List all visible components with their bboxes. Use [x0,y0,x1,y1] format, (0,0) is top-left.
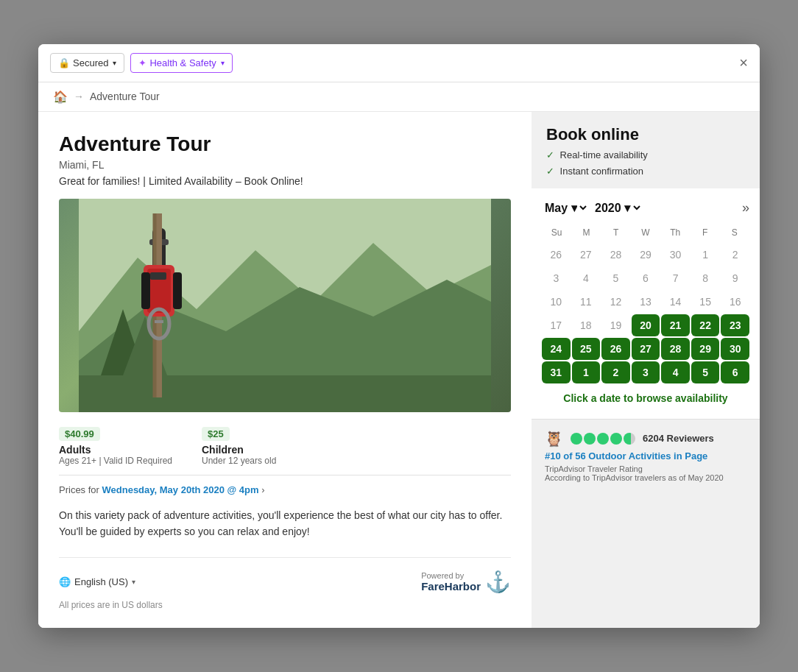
prices-date: Prices for Wednesday, May 20th 2020 @ 4p… [59,484,511,495]
reviews-count: 6204 Reviewers [643,433,714,444]
home-icon[interactable]: 🏠 [53,90,68,104]
fareharbor-logo: Powered by FareHarbor ⚓ [421,570,511,594]
calendar-day-2-1: 11 [572,291,601,313]
reviews-row: 🦉 6204 Reviewers [545,430,746,448]
calendar-day-5-2[interactable]: 2 [601,361,630,383]
book-title: Book online [546,125,745,144]
price-divider [59,475,511,475]
day-header-m: M [571,224,601,241]
calendar-cta: Click a date to browse availability [542,383,749,407]
calendar-nav: May ▾ 2020 ▾ » [542,200,749,216]
close-button[interactable]: × [739,54,748,71]
adults-badge: $40.99 [59,427,100,441]
prices-row: $40.99 Adults Ages 21+ | Valid ID Requir… [59,427,511,466]
calendar-day-4-4[interactable]: 28 [661,338,690,360]
prices-date-prefix: Prices for [59,484,102,495]
ranking-link[interactable]: #10 of 56 Outdoor Activities in Page [545,450,746,461]
lang-chevron-icon: ▾ [132,578,135,586]
lang-label: English (US) [74,576,128,587]
year-select[interactable]: 2020 ▾ [592,201,643,215]
breadcrumb-arrow: → [74,91,84,102]
calendar-day-4-6[interactable]: 30 [721,338,749,360]
health-icon: ✦ [138,57,146,68]
star-1 [571,433,582,445]
check-icon-1: ✓ [546,149,554,160]
check-icon-2: ✓ [546,166,554,177]
calendar-day-1-5: 8 [691,267,720,289]
calendar-day-5-5[interactable]: 5 [691,361,720,383]
calendar-day-4-3[interactable]: 27 [632,338,660,360]
calendar-day-0-0: 26 [542,244,571,266]
calendar-day-0-1: 27 [572,244,601,266]
tour-location: Miami, FL [59,159,511,171]
secured-button[interactable]: 🔒 Secured ▾ [50,53,124,73]
calendar-day-5-0[interactable]: 31 [542,361,571,383]
calendar-day-3-5[interactable]: 22 [691,314,720,336]
calendar-day-4-1[interactable]: 25 [572,338,601,360]
language-selector[interactable]: 🌐 English (US) ▾ [59,576,135,587]
calendar-day-1-4: 7 [661,267,690,289]
tour-image [59,199,511,412]
calendar-day-0-2: 28 [601,244,630,266]
calendar-day-3-3[interactable]: 20 [632,314,660,336]
day-header-w: W [631,224,660,241]
tour-description: On this variety pack of adventure activi… [59,507,511,540]
adults-label: Adults [59,444,172,456]
modal-container: 🔒 Secured ▾ ✦ Health & Safety ▾ × 🏠 → Ad… [38,44,760,629]
calendar-day-5-6[interactable]: 6 [721,361,749,383]
calendar-day-0-4: 30 [661,244,690,266]
children-sub: Under 12 years old [202,456,276,466]
calendar-day-4-2[interactable]: 26 [601,338,630,360]
svg-rect-16 [155,320,163,323]
tripadvisor-icon: 🦉 [545,430,563,448]
fareharbor-brand: FareHarbor [421,580,481,593]
calendar-day-5-1[interactable]: 1 [572,361,601,383]
left-panel: Adventure Tour Miami, FL Great for famil… [38,112,532,629]
main-content: Adventure Tour Miami, FL Great for famil… [38,112,760,629]
feature-instant: ✓ Instant confirmation [546,163,745,180]
prices-date-suffix: › [259,484,265,495]
health-chevron-icon: ▾ [221,59,225,67]
calendar-day-1-3: 6 [632,267,660,289]
price-children: $25 Children Under 12 years old [202,427,276,466]
calendar-day-5-4[interactable]: 4 [661,361,690,383]
calendar: May ▾ 2020 ▾ » Su M T W Th F S [532,188,760,419]
day-header-th: Th [660,224,690,241]
calendar-days-header: Su M T W Th F S [542,224,749,241]
calendar-day-1-1: 4 [572,267,601,289]
calendar-day-4-0[interactable]: 24 [542,338,571,360]
book-features: ✓ Real-time availability ✓ Instant confi… [546,147,745,180]
svg-rect-13 [141,272,150,309]
ta-rating-label: TripAdvisor Traveler Rating [545,464,746,473]
secured-chevron-icon: ▾ [113,59,116,67]
calendar-day-2-6: 16 [721,291,749,313]
star-4 [610,433,622,445]
calendar-day-5-3[interactable]: 3 [632,361,660,383]
calendar-day-1-6: 9 [721,267,749,289]
calendar-day-1-2: 5 [601,267,630,289]
svg-rect-3 [79,375,491,412]
adults-sub: Ages 21+ | Valid ID Required [59,456,172,466]
price-adults: $40.99 Adults Ages 21+ | Valid ID Requir… [59,427,172,466]
topbar: 🔒 Secured ▾ ✦ Health & Safety ▾ × [38,44,760,82]
calendar-next-button[interactable]: » [742,200,749,216]
children-label: Children [202,444,276,456]
calendar-grid: 2627282930123456789101112131415161718192… [542,244,749,383]
globe-icon: 🌐 [59,576,71,587]
calendar-day-3-4[interactable]: 21 [661,314,690,336]
tour-title: Adventure Tour [59,132,511,156]
month-select[interactable]: May ▾ [542,201,589,215]
star-2 [584,433,596,445]
star-rating [571,433,635,445]
ta-rating-sub: According to TripAdvisor travelers as of… [545,473,746,482]
star-5-half [624,433,635,445]
health-safety-button[interactable]: ✦ Health & Safety ▾ [130,53,232,73]
calendar-day-0-5: 1 [691,244,720,266]
calendar-day-3-6[interactable]: 23 [721,314,749,336]
prices-date-link[interactable]: Wednesday, May 20th 2020 @ 4pm [102,484,259,495]
calendar-day-2-2: 12 [601,291,630,313]
calendar-day-4-5[interactable]: 29 [691,338,720,360]
right-panel: Book online ✓ Real-time availability ✓ I… [532,112,760,629]
calendar-day-2-5: 15 [691,291,720,313]
topbar-left: 🔒 Secured ▾ ✦ Health & Safety ▾ [50,53,233,73]
